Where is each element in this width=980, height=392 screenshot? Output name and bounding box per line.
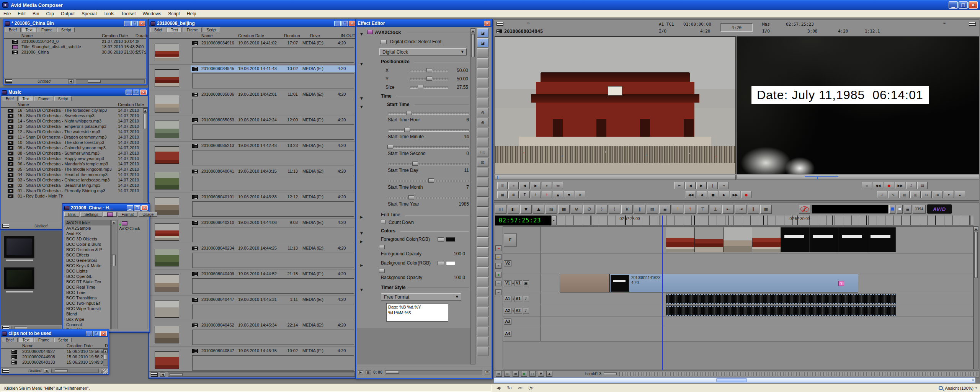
column-creation-date[interactable]: Creation Date bbox=[102, 33, 128, 38]
bin-row[interactable]: ≪ 07 - Shan Di Orchestra - Happy new yea… bbox=[1, 156, 148, 162]
parameter-button[interactable] bbox=[477, 178, 488, 187]
clip-thumbnail[interactable] bbox=[155, 300, 179, 318]
bin-column-header[interactable]: Name Creation Date bbox=[1, 102, 148, 108]
bin-tab[interactable]: Text bbox=[19, 96, 33, 101]
bin-row[interactable]: ≪ 12 - Shan Di Orchestra - The waterside… bbox=[1, 129, 148, 135]
film-frame-thumbnail[interactable] bbox=[867, 227, 896, 252]
format-dropdown[interactable]: Free Format▼ bbox=[381, 293, 461, 301]
bin-tab[interactable]: Script bbox=[203, 28, 220, 32]
source-monitor[interactable] bbox=[495, 36, 736, 174]
color-picker-icon[interactable] bbox=[438, 237, 444, 242]
vertical-scrollbar[interactable]: ▲ bbox=[103, 349, 108, 366]
timeline-window[interactable]: ◫◧▼▲▨▩⊘∅)()(‖▤≣↑↑⊤⊥⇤⇥∥▦ ♪ ≣ 1394 AVID 02… bbox=[494, 202, 979, 377]
audio-waveform[interactable] bbox=[666, 294, 896, 304]
format-text-input[interactable]: Date: %B %d,%Y %H:%M:%S bbox=[386, 303, 448, 322]
vertical-scrollbar[interactable]: ▲ bbox=[143, 108, 148, 202]
bin-clip-row[interactable]: 20100608034916 19.06.2010 14:41:02 17:07… bbox=[149, 39, 356, 65]
script-box[interactable] bbox=[192, 330, 354, 345]
frame-step-icon[interactable]: ▦ bbox=[366, 370, 371, 374]
bin-row[interactable]: 201006_China 30.06.2010 21:38:57 1:57:22 bbox=[4, 50, 146, 55]
rewind-icon[interactable]: ◀◀ bbox=[686, 191, 696, 198]
clip-name[interactable]: 20100608035213 bbox=[201, 143, 237, 148]
track-header-a4[interactable]: A4 bbox=[503, 326, 541, 341]
effect-category[interactable]: BCC Keys & Matte bbox=[65, 263, 110, 268]
fg-color-swatch[interactable] bbox=[446, 237, 455, 242]
mark-in-icon[interactable]: ⌐ bbox=[674, 182, 684, 189]
effect-category[interactable]: AVX2Sample bbox=[65, 225, 110, 231]
column-creation-date[interactable]: Creation Date bbox=[118, 102, 144, 107]
disclosure-triangle-icon[interactable]: ▼ bbox=[360, 62, 363, 66]
script-box[interactable] bbox=[192, 176, 354, 191]
timeline-ruler[interactable]: 02:57:25:00 02:57:30:00 bbox=[557, 216, 973, 225]
bin-row[interactable]: ≪ 11 - Shan Di Orchestra - Dragon ceremo… bbox=[1, 135, 148, 140]
enlarge-icon[interactable]: ⊕ bbox=[477, 118, 488, 127]
monitor-icon[interactable]: ▣ bbox=[523, 280, 529, 286]
effect-list[interactable]: AVX2Clock bbox=[118, 220, 147, 329]
menu-item[interactable]: Special bbox=[78, 10, 100, 18]
timeline-scroll-ticks[interactable] bbox=[619, 372, 977, 376]
effect-category[interactable]: Avid FX bbox=[65, 231, 110, 236]
param-value[interactable]: 6 bbox=[466, 117, 469, 122]
bin-row[interactable]: ≪ 01 - Shan Di Orchestra - Eternally Shi… bbox=[1, 188, 148, 194]
effect-category[interactable]: BCC Distortion & P bbox=[65, 247, 110, 252]
effect-category-list[interactable]: AVX2HLinke AVX2Sample Avid FX BCC 3D Obj… bbox=[65, 220, 111, 329]
fast-menu-icon[interactable]: ≡ bbox=[862, 182, 872, 189]
master-io-label[interactable]: I/O bbox=[762, 29, 770, 34]
clip-name[interactable]: 12 - Shan Di Orchestra - The waterside.m… bbox=[18, 129, 116, 134]
play-preview-icon[interactable]: ▶ bbox=[358, 370, 363, 374]
effect-category[interactable]: BCC OpenGL bbox=[65, 274, 110, 279]
project-titlebar[interactable]: 201006_China - H... ▁ ❐ × bbox=[63, 204, 149, 211]
extract-icon[interactable]: ▼ bbox=[564, 191, 574, 198]
bin-row[interactable]: ≪ 10 - Shan Di Orchestra - The stone for… bbox=[1, 140, 148, 145]
bin-clip-row[interactable]: 20100608040234 19.06.2010 14:44:25 11:13… bbox=[149, 244, 356, 270]
timeline-clip-20100611141623[interactable]: 20100611141623 4:20 T bbox=[609, 274, 858, 292]
parameter-button[interactable] bbox=[477, 58, 488, 67]
play-reverse-icon[interactable]: ◀ bbox=[685, 182, 696, 189]
clear-marks-icon[interactable]: ∅ bbox=[583, 205, 595, 214]
param-value[interactable]: 7 bbox=[466, 185, 469, 190]
effect-mode-icon[interactable]: ▦ bbox=[497, 191, 508, 198]
speaker-icon[interactable]: ♪ bbox=[523, 308, 529, 314]
scroll-down-icon[interactable]: ▼ bbox=[538, 371, 544, 377]
restore-button[interactable]: ❐ bbox=[133, 90, 139, 95]
clip-thumbnail[interactable] bbox=[155, 172, 179, 189]
step-forward-icon[interactable]: ▶ bbox=[531, 182, 541, 189]
minimize-button[interactable]: ▁ bbox=[86, 331, 92, 336]
clip-name[interactable]: 07 - Shan Di Orchestra - Happy new year.… bbox=[18, 156, 116, 161]
param-slider[interactable] bbox=[389, 162, 469, 166]
compose-icon[interactable]: ▱▾ bbox=[517, 385, 524, 391]
menu-icon[interactable]: ▤ bbox=[917, 182, 928, 189]
bin-tab[interactable]: Text bbox=[167, 28, 182, 32]
clip-name[interactable]: 20100608040847 bbox=[201, 348, 237, 353]
clip-thumbnail[interactable] bbox=[155, 223, 179, 241]
panel-toggle-icon[interactable]: ◀▾ bbox=[495, 385, 502, 391]
bin-clip-row[interactable]: 20100608035213 19.06.2010 14:42:48 13:23… bbox=[149, 142, 356, 167]
clip-name[interactable]: Title: Shanghai_altstadt_subtitle bbox=[21, 44, 98, 49]
parameter-button[interactable] bbox=[477, 88, 488, 97]
clip-name[interactable]: 20100601104340_0 bbox=[21, 39, 98, 44]
sequence-name[interactable]: harold1.3 bbox=[585, 372, 601, 376]
bin-row[interactable]: ≪ 06 - Shan Di Orchestra - Mandarin's te… bbox=[1, 162, 148, 167]
parameter-button[interactable] bbox=[477, 217, 488, 227]
source-track-button[interactable]: V1 bbox=[504, 280, 511, 286]
bin-window-frames[interactable] bbox=[0, 230, 64, 332]
script-box[interactable] bbox=[192, 304, 354, 319]
param-slider[interactable] bbox=[410, 68, 448, 72]
playhead[interactable] bbox=[662, 216, 663, 370]
bin-row[interactable]: 20100601104340_0 21.07.2010 10:04:00 bbox=[4, 39, 146, 44]
parameter-button[interactable] bbox=[477, 267, 488, 276]
menu-item[interactable]: Tools bbox=[100, 10, 118, 18]
bin-titlebar[interactable]: clips not to be used ▁ ❐ × bbox=[1, 330, 108, 337]
link-icon[interactable]: ∞ bbox=[495, 263, 501, 269]
parameter-button[interactable] bbox=[477, 98, 488, 107]
horizontal-scrollbar[interactable] bbox=[76, 79, 145, 83]
clock-mode-dropdown[interactable]: Digital Clock▼ bbox=[379, 48, 467, 56]
disclosure-triangle-icon[interactable]: ▼ bbox=[360, 105, 363, 109]
menu-item[interactable]: File bbox=[0, 10, 14, 18]
audio-icon[interactable]: ♪ bbox=[906, 182, 916, 189]
bin-clip-row[interactable]: 20100608040409 19.06.2010 14:44:52 21:15… bbox=[149, 270, 356, 296]
clip-name[interactable]: 15 - Shan Di Orchestra - Sweetness.mp3 bbox=[18, 113, 116, 118]
grid-icon[interactable]: ▦ bbox=[513, 371, 519, 377]
parameter-button[interactable] bbox=[477, 337, 488, 346]
list-icon[interactable]: ≣ bbox=[933, 191, 943, 198]
